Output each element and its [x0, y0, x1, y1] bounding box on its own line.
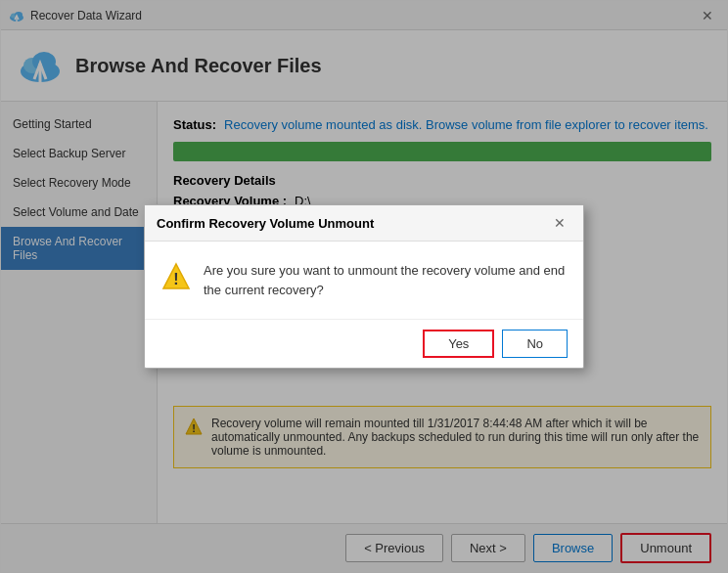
- modal-no-button[interactable]: No: [502, 330, 568, 358]
- modal-footer: Yes No: [145, 319, 583, 368]
- svg-text:!: !: [173, 271, 178, 287]
- main-window: Recover Data Wizard ✕ Browse And Recover…: [0, 0, 728, 573]
- modal-title-bar: Confirm Recovery Volume Unmount ✕: [145, 205, 583, 242]
- modal-message: Are you sure you want to unmount the rec…: [204, 261, 568, 299]
- modal-yes-button[interactable]: Yes: [423, 330, 494, 358]
- modal-dialog: Confirm Recovery Volume Unmount ✕ ! Are …: [144, 204, 584, 369]
- modal-warning-icon: !: [160, 261, 192, 292]
- modal-overlay: Confirm Recovery Volume Unmount ✕ ! Are …: [1, 1, 727, 572]
- modal-close-button[interactable]: ✕: [548, 213, 571, 233]
- modal-title: Confirm Recovery Volume Unmount: [157, 216, 374, 231]
- modal-body: ! Are you sure you want to unmount the r…: [145, 242, 583, 319]
